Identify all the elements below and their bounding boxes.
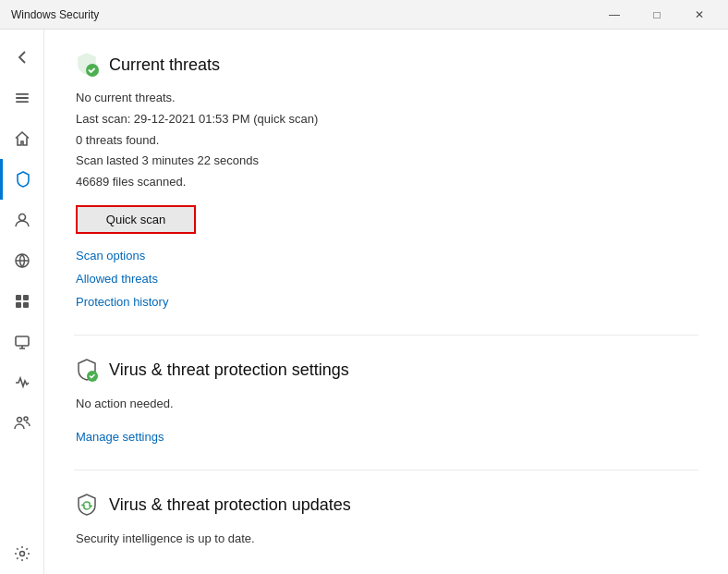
quick-scan-button[interactable]: Quick scan	[76, 205, 196, 234]
allowed-threats-link[interactable]: Allowed threats	[76, 272, 698, 286]
svg-rect-7	[16, 302, 21, 308]
section-title-current-threats: Current threats	[109, 55, 220, 75]
device-icon	[13, 333, 31, 351]
threats-found-text: 0 threats found.	[76, 131, 698, 151]
files-scanned-text: 46689 files scanned.	[76, 173, 698, 192]
divider-2	[74, 470, 698, 470]
svg-rect-6	[23, 295, 29, 300]
window-controls: — □ ✕	[593, 0, 721, 30]
close-button[interactable]: ✕	[678, 0, 721, 30]
minimize-button[interactable]: —	[593, 0, 636, 30]
section-protection-settings: Virus & threat protection settings No ac…	[74, 358, 698, 444]
section-protection-updates: Virus & threat protection updates Securi…	[74, 493, 698, 549]
app-icon	[13, 292, 31, 311]
health-icon	[13, 373, 31, 392]
updates-status-text: Security intelligence is up to date.	[76, 530, 698, 549]
sidebar-item-account[interactable]	[0, 200, 44, 240]
account-icon	[13, 211, 31, 229]
home-icon	[13, 129, 31, 148]
section-title-protection-updates: Virus & threat protection updates	[109, 495, 351, 515]
svg-rect-1	[16, 97, 29, 99]
svg-point-11	[24, 417, 28, 421]
shield-icon	[14, 170, 32, 189]
svg-point-12	[19, 552, 24, 556]
section-body-protection-updates: Security intelligence is up to date.	[74, 530, 698, 549]
section-body-protection-settings: No action needed. Manage settings	[74, 395, 698, 444]
section-icon-protection-updates	[74, 493, 100, 519]
sidebar-item-firewall[interactable]	[0, 240, 44, 281]
section-header-current-threats: Current threats	[74, 52, 698, 78]
back-icon	[13, 48, 31, 67]
svg-rect-2	[16, 101, 29, 103]
scan-options-link[interactable]: Scan options	[76, 249, 698, 263]
svg-point-3	[18, 214, 25, 221]
sidebar-item-shield[interactable]	[0, 159, 44, 200]
divider-1	[74, 335, 698, 336]
sidebar-item-family[interactable]	[0, 403, 44, 444]
main-content: Current threats No current threats. Last…	[44, 30, 728, 574]
section-icon-protection-settings	[74, 358, 100, 384]
no-threats-text: No current threats.	[76, 89, 698, 108]
svg-rect-9	[16, 336, 29, 346]
menu-icon	[13, 89, 31, 107]
section-header-protection-updates: Virus & threat protection updates	[74, 493, 698, 519]
svg-point-10	[17, 418, 21, 422]
sidebar-item-app[interactable]	[0, 281, 44, 322]
settings-icon	[13, 544, 31, 563]
sidebar-item-health[interactable]	[0, 362, 44, 403]
svg-rect-5	[16, 295, 21, 300]
settings-status-text: No action needed.	[76, 395, 698, 414]
family-icon	[13, 414, 31, 433]
sidebar-item-back[interactable]	[0, 37, 44, 78]
section-current-threats: Current threats No current threats. Last…	[74, 52, 698, 309]
section-title-protection-settings: Virus & threat protection settings	[109, 360, 349, 380]
last-scan-text: Last scan: 29-12-2021 01:53 PM (quick sc…	[76, 110, 698, 129]
protection-history-link[interactable]: Protection history	[76, 295, 698, 309]
sidebar-item-menu[interactable]	[0, 78, 44, 118]
section-header-protection-settings: Virus & threat protection settings	[74, 358, 698, 384]
titlebar: Windows Security — □ ✕	[0, 0, 728, 30]
sidebar	[0, 30, 44, 574]
sidebar-item-settings[interactable]	[0, 533, 44, 574]
sidebar-item-device[interactable]	[0, 322, 44, 362]
svg-rect-8	[23, 302, 29, 308]
section-body-current-threats: No current threats. Last scan: 29-12-202…	[74, 89, 698, 309]
app-title: Windows Security	[11, 8, 99, 21]
firewall-icon	[13, 251, 31, 270]
manage-settings-link[interactable]: Manage settings	[76, 430, 698, 444]
section-icon-current-threats	[74, 52, 100, 78]
svg-rect-0	[16, 93, 29, 95]
app-body: Current threats No current threats. Last…	[0, 30, 728, 574]
sidebar-item-home[interactable]	[0, 118, 44, 159]
maximize-button[interactable]: □	[636, 0, 678, 30]
scan-duration-text: Scan lasted 3 minutes 22 seconds	[76, 152, 698, 171]
